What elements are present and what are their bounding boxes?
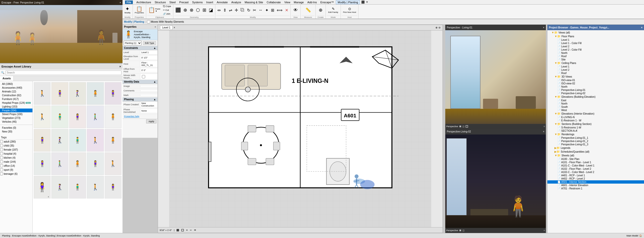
pb-renderings[interactable]: ▼📁 Renderings [547,132,644,136]
menu-addins[interactable]: Add-Ins [306,1,318,4]
category-vehicles[interactable]: Vehicles (46) [0,120,32,124]
tag-office[interactable]: office (14) [0,164,32,168]
ribbon-scale-btn[interactable]: ⟺ [276,7,284,13]
menu-massing[interactable]: Massing & Site [243,1,265,4]
asset-item-2[interactable]: 🧍‍♀️ [51,82,68,105]
pb-e-restroom[interactable]: 📄 E-Restroom 1 - W [547,119,644,122]
asset-item-5[interactable]: 🧍‍♀️ [105,82,122,105]
zoom-in-btn[interactable]: ⊕ [435,26,437,29]
view-icon[interactable]: 👁 [194,229,196,231]
ribbon-offset-btn[interactable]: ⇕ [222,7,227,13]
pb-sheets-all[interactable]: ▼📁 Sheets (all) [547,154,644,157]
asset-item-1[interactable]: 🚶 [34,82,51,105]
menu-annotate[interactable]: Annotate [215,1,229,4]
ribbon-trim-btn[interactable]: ✂ [252,7,257,13]
pb-elev-north[interactable]: 📄 North [547,102,644,105]
moves-nearb-checkbox[interactable] [142,75,145,78]
pb-rendering-01-1[interactable]: 📄 Perspective-Living-01_1 [547,136,644,140]
pb-floor-plans[interactable]: ▼📁 Floor Plans [547,35,644,38]
tag-hospital[interactable]: hospital (4) [0,152,32,156]
ribbon-geom-btn-3[interactable]: ⊗ [189,7,194,13]
asset-item-22[interactable]: 🚶‍♀️ [51,176,68,198]
asset-item-14[interactable]: 🚶 [87,129,104,152]
ribbon-move-btn[interactable]: ✛ [234,7,239,13]
prop-close-btn[interactable]: × [155,26,156,28]
pb-elev-west[interactable]: 📄 West [547,109,644,112]
asset-item-23[interactable]: 🧍‍♂️ [69,176,86,198]
ribbon-join-btn[interactable]: 🔗 Join [162,12,172,16]
perspective-01-close[interactable]: × [543,26,544,29]
menu-insert[interactable]: Insert [205,1,215,4]
ribbon-mirror-btn[interactable]: ⇌ [228,7,233,13]
ribbon-geom-btn-2[interactable]: ⊕ [182,7,188,13]
ribbon-array-btn[interactable]: ⊞ [270,7,275,13]
tag-kitchen[interactable]: kitchen (4) [0,156,32,160]
moves-with-nearby-checkbox[interactable] [147,20,150,23]
category-new[interactable]: New (30) [0,130,32,133]
floor-plan-tab-close[interactable]: × [174,26,175,29]
prop-type-select[interactable]: Planting (1) [124,41,142,45]
menu-steel[interactable]: Steel [168,1,177,4]
moves-with-nearby-checkbox-container[interactable]: Moves With Nearby Elements [147,20,184,23]
ribbon-properties-btn[interactable]: 📋 Properties [134,6,145,14]
pb-ceiling-plans[interactable]: ▼📁 Ceiling Plans [547,61,644,65]
tag-child[interactable]: child (35) [0,144,32,148]
asset-item-4[interactable]: 🧍 [87,82,104,105]
pb-close-btn[interactable]: × [641,26,642,29]
pb-legends[interactable]: ▶📁 Legends [547,146,644,150]
vp-btn-2[interactable]: ◫ [462,125,465,128]
asset-item-3[interactable]: 🚶‍♀️ [69,82,86,105]
search-input[interactable] [6,71,122,75]
pb-3d-north[interactable]: 📄 North [547,85,644,88]
pb-ceiling-l1[interactable]: 📄 Level 1 [547,65,644,68]
pb-a701[interactable]: 📄 A701 - Restroom 1 [547,187,644,190]
pb-level1[interactable]: 📄 Level 1 [547,38,644,42]
asset-item-15[interactable]: 🧍 [105,129,122,152]
pb-3d-views[interactable]: ▼📁 3D Views [547,75,644,79]
category-people[interactable]: People (334) [0,109,32,112]
menu-precast[interactable]: Precast [178,1,190,4]
ribbon-extend-btn[interactable]: ↔ [258,7,264,13]
vp2-btn-1[interactable]: 🔲 [459,229,462,232]
asset-item-9[interactable]: 🚶‍♂️ [87,106,104,128]
category-favorites[interactable]: Favorites (0) [0,126,32,130]
ribbon-copy2-btn[interactable]: ⿻ [239,7,246,13]
prop-constraints-header[interactable]: Constraints ▲ [123,46,157,50]
ribbon-edit-family-btn[interactable]: ✎ Edit Family [327,6,339,14]
category-all[interactable]: All (1960) [0,82,32,86]
pb-elevations-building[interactable]: ▼📁 Elevations (Building Elevation) [547,95,644,99]
apply-button[interactable]: Apply [146,119,156,123]
menu-structure[interactable]: Structure [153,1,168,4]
pb-ceiling-l2[interactable]: 📄 Level 2 [547,68,644,72]
prop-identity-header[interactable]: Identity Data ▲ [123,80,157,84]
asset-tab-assets[interactable]: Assets [0,76,14,81]
pb-a401[interactable]: 📄 A401 - RCP - Level 1 [547,174,644,177]
properties-help-link[interactable]: Properties help [123,114,157,119]
pb-a100[interactable]: 📄 A100 - Site Plan [547,157,644,161]
category-accessories[interactable]: Accessories (440) [0,86,32,90]
tag-teenager[interactable]: teenager (6) [0,172,32,176]
pb-roof[interactable]: 📄 Roof [547,55,644,58]
pb-level2-color[interactable]: 📄 Level 2 - Color Fill [547,48,644,51]
asset-item-20[interactable]: 🚶 [105,152,122,175]
ribbon-pick-host-btn[interactable]: ⊙ Pick New Host [342,6,357,14]
pb-level1-color[interactable]: 📄 Level 1 - Color Fill [547,42,644,45]
pb-a501[interactable]: 📄 A501 - Interior Section [547,180,644,184]
menu-file[interactable]: File [124,1,134,4]
vp2-btn-2[interactable]: ◫ [462,229,465,232]
ribbon-geom-btn-1[interactable]: ⬛ [174,7,182,13]
ribbon-modify-btn[interactable]: ✦ Modify [124,6,132,14]
asset-item-8[interactable]: 🧍‍♀️ [69,106,86,128]
pb-a102[interactable]: 📄 A102 - Floor Plan - Level 2 [547,167,644,171]
pb-views-all[interactable]: ▼📁 Views (all) [547,31,644,35]
ribbon-delete-btn[interactable]: ✕ [284,7,289,13]
viewport-close-btn[interactable]: × [119,1,121,4]
pb-elevations-interior[interactable]: ▼📁 Elevations (Interior Elevation) [547,112,644,116]
detail-icon[interactable]: ⬛ [176,229,179,231]
pb-iso-01[interactable]: 📄 ISO-view-01 [547,79,644,82]
category-furniture[interactable]: Furniture (417) [0,97,32,101]
pb-sections-building[interactable]: ▼📁 Sections (Building Section) [547,122,644,126]
ribbon-geom-btn-4[interactable]: ⬡ [195,7,201,13]
asset-item-19[interactable]: 🧍‍♀️ [87,152,104,175]
pb-rendering-01-2[interactable]: 📄 Perspective-Living-01_2 [547,140,644,143]
